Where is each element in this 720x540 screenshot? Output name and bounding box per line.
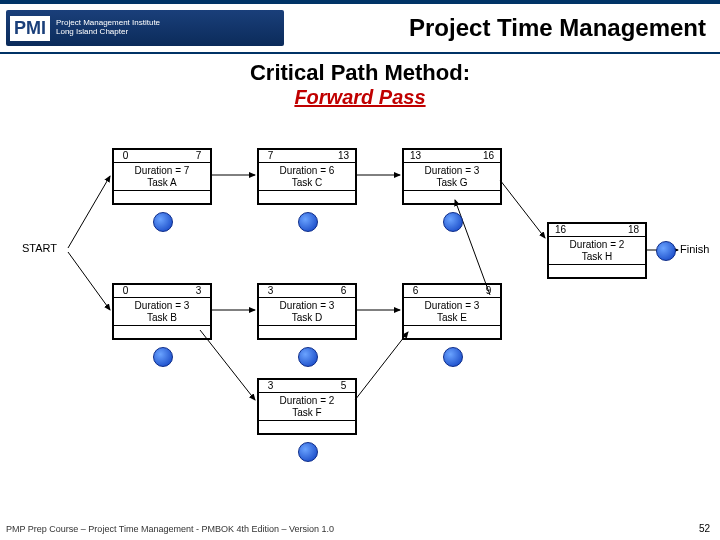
- task-label: Task E: [437, 312, 467, 323]
- task-node-f: 35 Duration = 2Task F: [257, 378, 357, 435]
- duration-label: Duration = 3: [425, 300, 480, 311]
- duration-label: Duration = 2: [280, 395, 335, 406]
- diagram-canvas: START Finish 07 Duration = 7Task A 713 D…: [0, 130, 720, 500]
- page-title: Project Time Management: [284, 14, 714, 42]
- task-node-d: 36 Duration = 3Task D: [257, 283, 357, 340]
- task-node-a: 07 Duration = 7Task A: [112, 148, 212, 205]
- pmi-logo-mark: PMI: [10, 16, 50, 41]
- duration-label: Duration = 3: [425, 165, 480, 176]
- task-node-g: 1316 Duration = 3Task G: [402, 148, 502, 205]
- finish-terminal: Finish: [680, 243, 709, 255]
- task-label: Task D: [292, 312, 323, 323]
- duration-label: Duration = 7: [135, 165, 190, 176]
- connector-dot: [298, 212, 318, 232]
- ef-value: 3: [187, 284, 211, 298]
- connector-dot: [298, 347, 318, 367]
- es-value: 16: [548, 223, 572, 237]
- task-node-e: 69 Duration = 3Task E: [402, 283, 502, 340]
- task-label: Task F: [292, 407, 321, 418]
- connector-dot: [656, 241, 676, 261]
- duration-label: Duration = 3: [135, 300, 190, 311]
- footer-text: PMP Prep Course – Project Time Managemen…: [6, 524, 334, 534]
- task-node-c: 713 Duration = 6Task C: [257, 148, 357, 205]
- connector-dot: [443, 212, 463, 232]
- task-label: Task C: [292, 177, 323, 188]
- connector-lines: [0, 130, 720, 500]
- svg-line-4: [500, 180, 545, 238]
- connector-dot: [153, 347, 173, 367]
- connector-dot: [298, 442, 318, 462]
- duration-label: Duration = 2: [570, 239, 625, 250]
- es-value: 3: [258, 284, 282, 298]
- connector-dot: [153, 212, 173, 232]
- es-value: 0: [113, 149, 137, 163]
- pmi-logo-text: Project Management Institute Long Island…: [56, 19, 160, 37]
- slide-subtitle: Forward Pass: [0, 86, 720, 109]
- connector-dot: [443, 347, 463, 367]
- logo-line1: Project Management Institute: [56, 18, 160, 27]
- duration-label: Duration = 6: [280, 165, 335, 176]
- ef-value: 16: [477, 149, 501, 163]
- task-label: Task G: [436, 177, 467, 188]
- header-bar: PMI Project Management Institute Long Is…: [0, 0, 720, 54]
- ef-value: 18: [622, 223, 646, 237]
- ef-value: 7: [187, 149, 211, 163]
- es-value: 13: [403, 149, 427, 163]
- svg-line-1: [68, 252, 110, 310]
- ef-value: 9: [477, 284, 501, 298]
- task-label: Task B: [147, 312, 177, 323]
- es-value: 0: [113, 284, 137, 298]
- start-terminal: START: [22, 242, 57, 254]
- slide-title: Critical Path Method:: [0, 60, 720, 86]
- pmi-logo: PMI Project Management Institute Long Is…: [6, 10, 284, 46]
- duration-label: Duration = 3: [280, 300, 335, 311]
- task-node-b: 03 Duration = 3Task B: [112, 283, 212, 340]
- ef-value: 13: [332, 149, 356, 163]
- svg-line-10: [355, 332, 408, 400]
- es-value: 7: [258, 149, 282, 163]
- es-value: 3: [258, 379, 282, 393]
- es-value: 6: [403, 284, 427, 298]
- task-label: Task A: [147, 177, 176, 188]
- ef-value: 5: [332, 379, 356, 393]
- ef-value: 6: [332, 284, 356, 298]
- logo-line2: Long Island Chapter: [56, 27, 128, 36]
- task-label: Task H: [582, 251, 613, 262]
- task-node-h: 1618 Duration = 2Task H: [547, 222, 647, 279]
- svg-line-0: [68, 176, 110, 248]
- svg-line-9: [200, 330, 255, 400]
- page-number: 52: [699, 523, 710, 534]
